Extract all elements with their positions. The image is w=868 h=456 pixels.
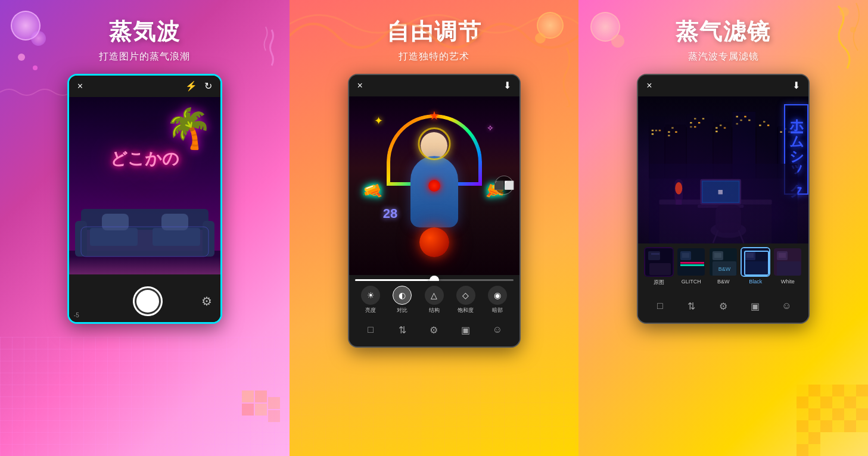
svg-rect-44 xyxy=(797,444,808,456)
filter-bw[interactable]: B&W B&W xyxy=(708,247,738,286)
panel-1-title: 蒸気波 xyxy=(109,17,181,47)
star-deco: ★ xyxy=(429,108,440,123)
filter-white-label: White xyxy=(781,279,795,285)
tools-section: ☀ 亮度 ◐ 对比 △ 结构 ◇ 饱和度 ◉ 暗部 xyxy=(349,281,519,317)
tool-shadow[interactable]: ◉ 暗部 xyxy=(481,286,513,314)
svg-rect-14 xyxy=(161,214,188,230)
filter-row: 原图 GLITCH xyxy=(640,247,806,286)
panel-vaporwave: 蒸気波 打造图片的蒸气浪潮 × ⚡ ↻ 🌴 どこかの xyxy=(0,0,290,456)
svg-rect-30 xyxy=(797,408,808,420)
close-icon-3[interactable]: × xyxy=(646,80,652,91)
effects-icon[interactable]: ⚙ xyxy=(201,294,212,308)
svg-rect-39 xyxy=(832,420,844,432)
rotate-icon[interactable]: ↻ xyxy=(204,80,212,92)
svg-point-16 xyxy=(839,7,849,17)
bottom-actions-3: □ ⇅ ⚙ ▣ ☺ xyxy=(638,295,808,318)
bubble-deco xyxy=(11,11,41,40)
filter-glitch[interactable]: GLITCH xyxy=(676,247,706,286)
effects-icon-2[interactable]: ⚙ xyxy=(425,321,442,338)
floor-glow xyxy=(69,257,220,274)
svg-text:B&W: B&W xyxy=(718,266,731,272)
grid-overlay xyxy=(0,337,290,456)
svg-rect-19 xyxy=(808,385,820,396)
adjust-icon[interactable]: ⇅ xyxy=(394,321,410,338)
svg-rect-3 xyxy=(255,404,267,416)
contrast-label: 对比 xyxy=(397,307,407,314)
tool-contrast[interactable]: ◐ 对比 xyxy=(387,286,418,314)
capture-button[interactable] xyxy=(133,286,163,316)
panel-2-subtitle: 打造独特的艺术 xyxy=(399,51,469,63)
filter-white[interactable]: White xyxy=(773,247,802,286)
svg-rect-2 xyxy=(242,404,254,416)
dot-deco-3 xyxy=(611,35,624,48)
night-room-scene: ホームシック ⬜ xyxy=(638,96,808,245)
disco-ball xyxy=(419,227,449,257)
phone-1-topbar: × ⚡ ↻ xyxy=(69,76,220,96)
ambient-glow xyxy=(638,96,808,245)
side-deco xyxy=(242,24,278,71)
panel-3-title: 蒸气滤镜 xyxy=(676,17,771,47)
bubble-deco-sm xyxy=(31,31,46,46)
brightness-icon: ☀ xyxy=(361,286,380,305)
plant-deco: 🌴 xyxy=(164,106,213,151)
crop-icon[interactable]: □ xyxy=(362,321,379,338)
filter-glitch-label: GLITCH xyxy=(682,279,701,285)
svg-rect-13 xyxy=(102,214,129,230)
adjust-icon-3[interactable]: ⇅ xyxy=(683,298,700,314)
svg-rect-120 xyxy=(779,253,786,258)
svg-rect-42 xyxy=(797,432,808,444)
panel-1-subtitle: 打造图片的蒸气浪潮 xyxy=(99,51,190,63)
panel-2-title: 自由调节 xyxy=(387,17,482,47)
shadow-label: 暗部 xyxy=(492,307,503,314)
flash-icon[interactable]: ⚡ xyxy=(185,80,197,92)
crop-icon-3[interactable]: □ xyxy=(652,298,668,314)
svg-rect-110 xyxy=(714,253,721,258)
structure-label: 结构 xyxy=(429,307,440,314)
svg-rect-115 xyxy=(746,253,754,258)
tool-saturation[interactable]: ◇ 饱和度 xyxy=(450,286,481,314)
vaporwave-scene: 🌴 どこかの xyxy=(69,97,220,274)
sacred-heart xyxy=(428,180,440,192)
filter-black[interactable]: Black xyxy=(741,247,770,286)
svg-rect-20 xyxy=(820,385,832,396)
sticker-icon-3[interactable]: ☺ xyxy=(779,298,795,314)
svg-rect-35 xyxy=(856,408,868,420)
svg-rect-24 xyxy=(820,396,832,408)
close-icon-2[interactable]: × xyxy=(357,80,363,91)
close-icon[interactable]: × xyxy=(77,81,83,92)
svg-rect-23 xyxy=(808,396,820,408)
svg-rect-100 xyxy=(649,263,671,275)
grid-overlay-2 xyxy=(290,367,579,456)
phone-1-bottom-controls: ⚙ xyxy=(69,282,220,322)
download-icon[interactable]: ⬇ xyxy=(503,80,511,91)
capture-inner xyxy=(136,290,159,313)
svg-rect-32 xyxy=(820,408,832,420)
frame-icon-3[interactable]: ▣ xyxy=(746,298,763,314)
svg-rect-114 xyxy=(745,261,769,276)
svg-rect-45 xyxy=(808,444,820,456)
scatter-dot xyxy=(18,54,25,61)
figure xyxy=(407,132,461,239)
sticker-icon[interactable]: ☺ xyxy=(489,321,506,338)
effects-icon-3[interactable]: ⚙ xyxy=(715,298,732,314)
squiggle-2 xyxy=(525,48,573,107)
svg-rect-101 xyxy=(651,253,659,255)
filter-bw-label: B&W xyxy=(717,279,730,285)
tool-brightness[interactable]: ☀ 亮度 xyxy=(355,286,387,314)
frame-icon[interactable]: ▣ xyxy=(458,321,474,338)
svg-rect-28 xyxy=(844,396,856,408)
art-preview: ★ 🔫 🔫 28 xyxy=(349,96,519,275)
filter-thumb-white xyxy=(773,247,802,277)
svg-rect-25 xyxy=(832,396,844,408)
svg-rect-104 xyxy=(680,262,704,264)
compare-icon[interactable]: ⬛⬜ xyxy=(494,176,514,195)
download-icon-3[interactable]: ⬇ xyxy=(792,80,800,91)
tool-structure[interactable]: △ 结构 xyxy=(418,286,450,314)
phone-3-topbar: × ⬇ xyxy=(638,75,808,96)
svg-rect-34 xyxy=(844,408,856,420)
svg-rect-38 xyxy=(820,420,832,432)
filter-original[interactable]: 原图 xyxy=(644,247,674,286)
svg-rect-40 xyxy=(844,420,856,432)
filter-black-label: Black xyxy=(749,279,762,285)
svg-rect-1 xyxy=(255,391,267,402)
